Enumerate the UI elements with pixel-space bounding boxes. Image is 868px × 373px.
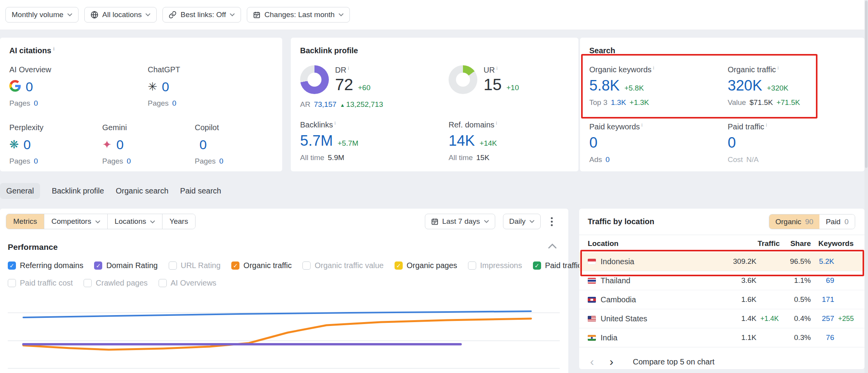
info-icon[interactable] [641, 122, 643, 127]
segment-competitors[interactable]: Competitors [44, 214, 107, 229]
location-row-indonesia[interactable]: Indonesia309.2K96.5%5.2K [579, 252, 865, 271]
traffic-value: 1.1K [706, 333, 756, 342]
filter-changes-button[interactable]: Changes: Last month [247, 7, 350, 23]
checkbox-crawled-pages[interactable]: Crawled pages [84, 279, 147, 288]
organic-paid-toggle: Organic90Paid0 [769, 214, 855, 229]
segment-metrics[interactable]: Metrics [6, 214, 44, 229]
filter-monthly-volume-button[interactable]: Monthly volume [5, 7, 79, 23]
column-header-location[interactable]: Location [588, 239, 706, 248]
segment-label: Competitors [51, 217, 91, 226]
scrollbar-thumb[interactable] [865, 1, 868, 168]
pages-label: Pages [9, 99, 30, 108]
checkbox-label: Organic traffic [243, 261, 292, 270]
location-row-india[interactable]: India1.1K0.3%76 [579, 328, 865, 347]
chevron-up-icon[interactable] [548, 243, 557, 250]
filter-label: Monthly volume [12, 10, 63, 19]
checkbox-organic-pages[interactable]: Organic pages [395, 261, 457, 270]
metric-checkboxes: Referring domainsDomain RatingURL Rating… [8, 261, 561, 288]
pages-count-link[interactable]: 0 [172, 99, 176, 108]
toggle-label: Organic [775, 218, 802, 226]
location-row-thailand[interactable]: Thailand3.6K1.1%69 [579, 271, 865, 290]
keywords-cell: 76 [811, 333, 834, 342]
metric-value-link[interactable]: 0 [728, 135, 736, 151]
granularity-button[interactable]: Daily [503, 214, 541, 229]
ai-citations-count-link[interactable]: 0 [199, 138, 207, 151]
tab-general[interactable]: General [0, 183, 40, 199]
ai-citations-count-link[interactable]: 0 [26, 80, 33, 93]
view-segmented-control: MetricsCompetitorsLocationsYears [6, 214, 196, 229]
tab-organic-search[interactable]: Organic search [116, 183, 169, 199]
checkbox-box [8, 261, 16, 270]
keywords-count-link[interactable]: 5.2K [819, 257, 834, 265]
date-range-button[interactable]: Last 7 days [425, 214, 495, 229]
checkbox-label: Impressions [480, 261, 522, 270]
ai-citations-count-link[interactable]: 0 [162, 80, 169, 93]
filter-best-links-button[interactable]: Best links: Off [162, 7, 241, 23]
toggle-paid[interactable]: Paid0 [819, 214, 855, 229]
share-value: 96.5% [780, 257, 811, 266]
tab-paid-search[interactable]: Paid search [180, 183, 221, 199]
section-tabs: GeneralBacklink profileOrganic searchPai… [0, 182, 221, 200]
checkbox-ai-overviews[interactable]: AI Overviews [159, 279, 217, 288]
more-options-kebab-icon[interactable] [548, 215, 555, 228]
toggle-organic[interactable]: Organic90 [769, 214, 820, 229]
toggle-count: 90 [805, 218, 813, 226]
checkbox-paid-traffic-cost[interactable]: Paid traffic cost [8, 279, 73, 288]
ref-domains-value-link[interactable]: 14K [449, 133, 475, 149]
checkbox-organic-traffic[interactable]: Organic traffic [231, 261, 292, 270]
pages-count-link[interactable]: 0 [34, 157, 38, 166]
checkbox-domain-rating[interactable]: Domain Rating [94, 261, 157, 270]
column-header-share[interactable]: Share [780, 239, 811, 248]
info-icon[interactable] [653, 65, 654, 70]
metric-value-link[interactable]: 0 [589, 135, 597, 151]
column-header-traffic[interactable]: Traffic [706, 239, 780, 248]
column-header-keywords[interactable]: Keywords [811, 239, 854, 248]
checkbox-box [468, 261, 476, 270]
series-referring-domains [23, 311, 531, 317]
location-name: Thailand [601, 276, 630, 285]
info-icon[interactable] [334, 120, 335, 125]
metric-value-link[interactable]: 5.8K [589, 78, 620, 94]
info-icon[interactable] [496, 120, 497, 125]
backlinks-value-link[interactable]: 5.7M [300, 133, 333, 149]
filter-all-locations-button[interactable]: All locations [84, 7, 157, 23]
compare-top5-button[interactable]: Compare top 5 on chart [633, 357, 714, 366]
pages-count-link[interactable]: 0 [219, 157, 224, 166]
location-row-united-states[interactable]: United States1.4K+1.4K0.4%257+255 [579, 309, 865, 328]
pages-count-link[interactable]: 0 [34, 99, 38, 108]
segment-years[interactable]: Years [162, 214, 195, 229]
chevron-down-icon [484, 220, 489, 223]
info-icon[interactable] [496, 66, 498, 71]
pages-label: Pages [9, 157, 30, 166]
page-scrollbar[interactable] [865, 0, 868, 373]
ai-citations-count-link[interactable]: 0 [116, 138, 124, 151]
keywords-count-link[interactable]: 69 [826, 276, 834, 284]
checkbox-url-rating[interactable]: URL Rating [169, 261, 221, 270]
pages-count-link[interactable]: 0 [127, 157, 131, 166]
sub-value[interactable]: 1.3K [611, 98, 626, 107]
checkbox-label: AI Overviews [171, 279, 217, 288]
next-page-icon[interactable]: › [607, 356, 616, 368]
segment-locations[interactable]: Locations [108, 214, 162, 229]
ar-value-link[interactable]: 73,157 [314, 100, 336, 109]
ai-citations-count-link[interactable]: 0 [23, 138, 31, 151]
info-icon[interactable] [766, 122, 767, 127]
checkbox-paid-traffic[interactable]: Paid traffic [533, 261, 582, 270]
metric-value-link[interactable]: 320K [728, 78, 762, 94]
info-icon[interactable] [348, 66, 349, 71]
checkbox-referring-domains[interactable]: Referring domains [8, 261, 83, 270]
tab-backlink-profile[interactable]: Backlink profile [52, 183, 104, 199]
info-icon[interactable] [777, 65, 779, 70]
keywords-count-link[interactable]: 171 [822, 295, 834, 303]
checkbox-impressions[interactable]: Impressions [468, 261, 522, 270]
pages-label: Pages [148, 99, 169, 108]
prev-page-icon[interactable]: ‹ [588, 356, 596, 368]
sub-delta: +1.3K [630, 98, 649, 107]
info-icon[interactable] [53, 46, 55, 51]
location-row-cambodia[interactable]: Cambodia1.6K0.5%171 [579, 290, 865, 309]
keywords-count-link[interactable]: 257 [822, 314, 834, 322]
keywords-count-link[interactable]: 76 [826, 333, 834, 342]
metric-sub-row: CostN/A [728, 155, 855, 164]
checkbox-organic-traffic-value[interactable]: Organic traffic value [302, 261, 384, 270]
sub-value[interactable]: 0 [606, 155, 610, 164]
